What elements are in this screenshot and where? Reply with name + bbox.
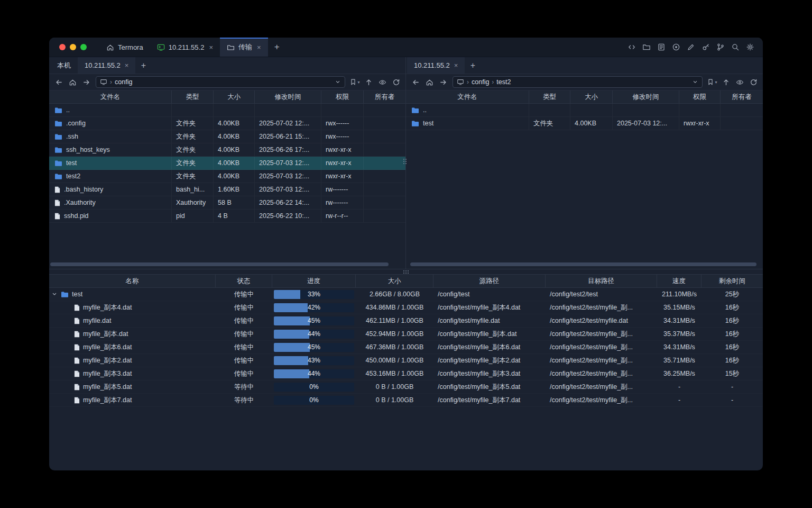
forward-button[interactable]	[80, 76, 93, 88]
breadcrumb-item[interactable]: config	[115, 78, 132, 86]
transfer-splitter[interactable]	[49, 269, 763, 275]
back-button[interactable]	[409, 76, 422, 88]
transfer-row[interactable]: myfile_副本3.dat传输中44%453.16MB / 1.00GB/co…	[49, 367, 763, 380]
transfer-row[interactable]: myfile_副本6.dat传输中45%467.36MB / 1.00GB/co…	[49, 341, 763, 354]
close-tab-icon[interactable]: ×	[125, 61, 129, 69]
column-header[interactable]: 修改时间	[613, 90, 679, 103]
column-header[interactable]: 文件名	[406, 90, 529, 103]
file-modified-cell	[613, 104, 679, 116]
search-icon[interactable]	[728, 41, 742, 53]
file-row[interactable]: test文件夹4.00KB2025-07-03 12:...rwxr-xr-x	[406, 117, 763, 130]
panel-tab-remote[interactable]: 10.211.55.2 ×	[407, 57, 465, 74]
column-header[interactable]: 类型	[529, 90, 570, 103]
transfer-speed-cell: 35.37MB/s	[657, 328, 702, 340]
back-button[interactable]	[52, 76, 65, 88]
tab-host-session[interactable]: 10.211.55.2 ×	[150, 38, 220, 57]
transfer-row[interactable]: test传输中33%2.66GB / 8.00GB/config/test/co…	[49, 288, 763, 301]
settings-icon[interactable]	[743, 41, 756, 53]
panel-new-tab-button[interactable]: +	[465, 57, 481, 74]
close-tab-icon[interactable]: ×	[209, 43, 213, 51]
panel-new-tab-button[interactable]: +	[135, 57, 151, 74]
key-icon[interactable]	[699, 41, 712, 53]
folder-icon[interactable]	[640, 41, 653, 53]
file-permissions-cell: rwxr-xr-x	[321, 170, 364, 183]
refresh-button[interactable]	[747, 76, 760, 88]
transfer-row[interactable]: myfile_副本.dat传输中44%452.94MB / 1.00GB/con…	[49, 328, 763, 341]
chevron-down-icon[interactable]	[692, 79, 698, 85]
file-row[interactable]: .config文件夹4.00KB2025-07-02 12:...rwx----…	[49, 117, 405, 130]
file-row[interactable]: ssh_host_keys文件夹4.00KB2025-06-26 17:...r…	[49, 143, 405, 157]
home-button[interactable]	[423, 76, 436, 88]
column-header[interactable]: 修改时间	[255, 90, 321, 103]
file-list-icon[interactable]	[654, 41, 668, 53]
column-header[interactable]: 进度	[272, 275, 356, 287]
tab-termora[interactable]: Termora	[99, 38, 150, 57]
path-bar[interactable]: ›config	[96, 76, 345, 88]
column-header[interactable]: 所有者	[364, 90, 405, 103]
file-row[interactable]: ..	[49, 104, 405, 117]
file-row[interactable]: test文件夹4.00KB2025-07-03 12:...rwxr-xr-x	[49, 157, 405, 170]
column-header[interactable]: 权限	[679, 90, 721, 103]
file-row[interactable]: .ssh文件夹4.00KB2025-06-21 15:...rwx------	[49, 130, 405, 143]
column-header[interactable]: 状态	[216, 275, 272, 287]
file-row[interactable]: .bash_historybash_hi...1.60KB2025-07-03 …	[49, 183, 405, 196]
transfer-row[interactable]: myfile_副本7.dat等待中0%0 B / 1.00GB/config/t…	[49, 394, 763, 407]
file-name-cell: .bash_history	[49, 183, 172, 196]
column-header[interactable]: 目标路径	[546, 275, 657, 287]
bookmark-button[interactable]: ▾	[348, 76, 361, 88]
path-bar[interactable]: ›config›test2	[453, 76, 703, 88]
column-header[interactable]: 所有者	[721, 90, 763, 103]
branch-icon[interactable]	[714, 41, 727, 53]
transfer-row[interactable]: myfile_副本2.dat传输中43%450.00MB / 1.00GB/co…	[49, 354, 763, 367]
column-header[interactable]: 类型	[172, 90, 214, 103]
file-row[interactable]: sshd.pidpid4 B2025-06-22 10:...rw-r--r--	[49, 210, 405, 223]
column-header[interactable]: 速度	[657, 275, 702, 287]
column-header[interactable]: 源路径	[433, 275, 546, 287]
minimize-window-button[interactable]	[70, 44, 76, 50]
code-icon[interactable]	[625, 41, 638, 53]
maximize-window-button[interactable]	[80, 44, 87, 50]
transfer-row[interactable]: myfile.dat传输中45%462.11MB / 1.00GB/config…	[49, 314, 763, 328]
show-hidden-files-button[interactable]	[376, 76, 389, 88]
upload-button[interactable]	[362, 76, 375, 88]
breadcrumb-item[interactable]: test2	[496, 78, 511, 86]
folder-icon	[411, 120, 419, 127]
forward-button[interactable]	[437, 76, 449, 88]
transfer-speed-cell: -	[657, 380, 702, 393]
edit-icon[interactable]	[684, 41, 697, 53]
breadcrumb-item[interactable]: config	[472, 78, 489, 86]
close-tab-icon[interactable]: ×	[257, 43, 261, 51]
column-header[interactable]: 大小	[356, 275, 433, 287]
refresh-button[interactable]	[390, 76, 402, 88]
column-header[interactable]: 剩余时间	[702, 275, 763, 287]
column-header[interactable]: 文件名	[49, 90, 172, 103]
record-icon[interactable]	[669, 41, 682, 53]
panel-tab-remote[interactable]: 10.211.55.2 ×	[78, 57, 135, 74]
panel-tab-local[interactable]: 本机	[50, 57, 78, 74]
file-type-cell: 文件夹	[172, 117, 214, 130]
horizontal-scrollbar[interactable]	[410, 262, 756, 266]
bookmark-button[interactable]: ▾	[706, 76, 718, 88]
close-window-button[interactable]	[59, 44, 66, 50]
transfer-row[interactable]: myfile_副本4.dat传输中42%434.86MB / 1.00GB/co…	[49, 301, 763, 314]
transfer-row[interactable]: myfile_副本5.dat等待中0%0 B / 1.00GB/config/t…	[49, 380, 763, 394]
transfer-size-cell: 452.94MB / 1.00GB	[356, 328, 433, 340]
file-row[interactable]: test2文件夹4.00KB2025-07-03 12:...rwxr-xr-x	[49, 170, 405, 183]
close-tab-icon[interactable]: ×	[454, 61, 458, 69]
chevron-down-icon[interactable]	[335, 79, 341, 85]
column-header[interactable]: 权限	[321, 90, 364, 103]
show-hidden-files-button[interactable]	[733, 76, 746, 88]
tab-transfer[interactable]: 传输 ×	[220, 38, 268, 57]
horizontal-scrollbar[interactable]	[50, 262, 389, 266]
new-tab-button[interactable]: +	[268, 38, 286, 57]
panel-splitter-grip[interactable]	[403, 159, 407, 164]
column-header[interactable]: 名称	[49, 275, 216, 287]
splitter-grip[interactable]	[403, 270, 409, 274]
expand-chevron-icon[interactable]	[51, 291, 58, 297]
file-row[interactable]: .XauthorityXauthority58 B2025-06-22 14:.…	[49, 196, 405, 210]
home-button[interactable]	[66, 76, 79, 88]
upload-button[interactable]	[719, 76, 732, 88]
column-header[interactable]: 大小	[214, 90, 255, 103]
file-row[interactable]: ..	[406, 104, 763, 117]
column-header[interactable]: 大小	[570, 90, 613, 103]
